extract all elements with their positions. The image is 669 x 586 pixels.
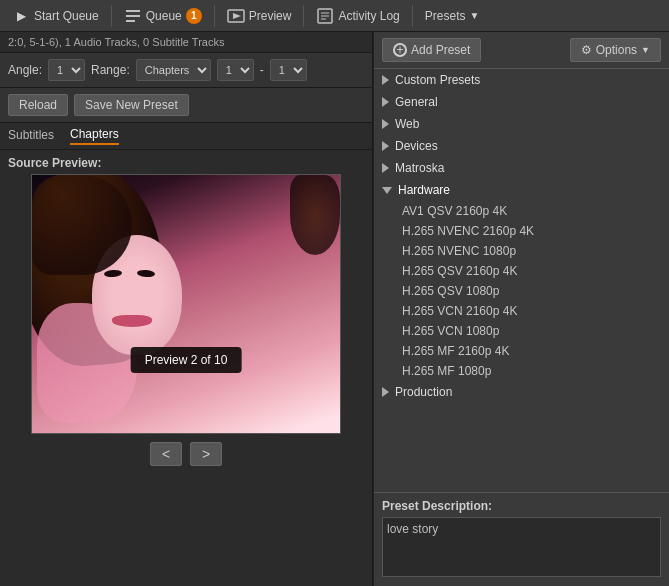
angle-label: Angle: xyxy=(8,63,42,77)
triangle-right-icon xyxy=(382,97,389,107)
reload-button[interactable]: Reload xyxy=(8,94,68,116)
presets-list[interactable]: Custom PresetsGeneralWebDevicesMatroskaH… xyxy=(374,69,669,492)
category-label: Hardware xyxy=(398,183,450,197)
separator-1 xyxy=(111,5,112,27)
preset-item[interactable]: H.265 QSV 1080p xyxy=(374,281,669,301)
category-label: Devices xyxy=(395,139,438,153)
triangle-right-icon xyxy=(382,163,389,173)
info-bar: 2:0, 5-1-6), 1 Audio Tracks, 0 Subtitle … xyxy=(0,32,372,53)
buttons-row: Reload Save New Preset xyxy=(0,88,372,123)
start-queue-icon: ▶ xyxy=(12,7,30,25)
category-label: Matroska xyxy=(395,161,444,175)
preview-image: Preview 2 of 10 xyxy=(31,174,341,434)
triangle-right-icon xyxy=(382,141,389,151)
start-queue-button[interactable]: ▶ Start Queue xyxy=(4,2,107,30)
svg-marker-4 xyxy=(233,13,241,19)
preset-item[interactable]: H.265 NVENC 1080p xyxy=(374,241,669,261)
preset-item[interactable]: H.265 QSV 2160p 4K xyxy=(374,261,669,281)
svg-rect-1 xyxy=(126,15,140,17)
preview-area: Preview 2 of 10 < > xyxy=(0,174,372,586)
info-text: 2:0, 5-1-6), 1 Audio Tracks, 0 Subtitle … xyxy=(8,36,224,48)
tabs-row: Subtitles Chapters xyxy=(0,123,372,150)
separator-3 xyxy=(303,5,304,27)
mouth xyxy=(112,315,152,327)
svg-rect-2 xyxy=(126,20,135,22)
preset-category-custom-presets[interactable]: Custom Presets xyxy=(374,69,669,91)
triangle-right-icon xyxy=(382,75,389,85)
category-label: Web xyxy=(395,117,419,131)
preset-description-section: Preset Description: xyxy=(374,492,669,586)
preset-category-production[interactable]: Production xyxy=(374,381,669,403)
preset-item[interactable]: H.265 VCN 2160p 4K xyxy=(374,301,669,321)
queue-button[interactable]: Queue 1 xyxy=(116,2,210,30)
preset-category-devices[interactable]: Devices xyxy=(374,135,669,157)
category-label: Production xyxy=(395,385,452,399)
preset-item[interactable]: H.265 NVENC 2160p 4K xyxy=(374,221,669,241)
range-select[interactable]: Chapters xyxy=(136,59,211,81)
preview-icon xyxy=(227,7,245,25)
preset-category-hardware[interactable]: Hardware xyxy=(374,179,669,201)
preview-button[interactable]: Preview xyxy=(219,2,300,30)
triangle-down-icon xyxy=(382,187,392,194)
options-chevron-icon: ▼ xyxy=(641,45,650,55)
source-preview-label: Source Preview: xyxy=(0,150,372,174)
preset-category-matroska[interactable]: Matroska xyxy=(374,157,669,179)
left-panel: 2:0, 5-1-6), 1 Audio Tracks, 0 Subtitle … xyxy=(0,32,373,586)
range-to-select[interactable]: 1 xyxy=(270,59,307,81)
gear-icon: ⚙ xyxy=(581,43,592,57)
hair-right xyxy=(290,175,340,255)
plus-circle-icon: + xyxy=(393,43,407,57)
preset-category-general[interactable]: General xyxy=(374,91,669,113)
preset-item[interactable]: AV1 QSV 2160p 4K xyxy=(374,201,669,221)
tab-chapters[interactable]: Chapters xyxy=(70,127,119,145)
right-panel: + Add Preset ⚙ Options ▼ Custom PresetsG… xyxy=(373,32,669,586)
triangle-right-icon xyxy=(382,119,389,129)
preset-description-textarea[interactable] xyxy=(382,517,661,577)
range-from-select[interactable]: 1 xyxy=(217,59,254,81)
separator-2 xyxy=(214,5,215,27)
angle-select[interactable]: 1 xyxy=(48,59,85,81)
queue-badge: 1 xyxy=(186,8,202,24)
triangle-right-icon xyxy=(382,387,389,397)
next-button[interactable]: > xyxy=(190,442,222,466)
preview-label: Preview xyxy=(249,9,292,23)
preset-description-label: Preset Description: xyxy=(382,499,661,513)
prev-button[interactable]: < xyxy=(150,442,182,466)
svg-rect-0 xyxy=(126,10,140,12)
activity-log-icon xyxy=(316,7,334,25)
tab-subtitles[interactable]: Subtitles xyxy=(8,128,54,144)
activity-log-button[interactable]: Activity Log xyxy=(308,2,407,30)
add-preset-label: Add Preset xyxy=(411,43,470,57)
hair-left xyxy=(32,175,132,275)
options-button[interactable]: ⚙ Options ▼ xyxy=(570,38,661,62)
presets-button[interactable]: Presets ▼ xyxy=(417,2,488,30)
queue-label: Queue xyxy=(146,9,182,23)
toolbar: ▶ Start Queue Queue 1 Preview Activity L… xyxy=(0,0,669,32)
category-label: General xyxy=(395,95,438,109)
category-label: Custom Presets xyxy=(395,73,480,87)
queue-icon xyxy=(124,7,142,25)
options-label: Options xyxy=(596,43,637,57)
preset-item[interactable]: H.265 VCN 1080p xyxy=(374,321,669,341)
range-label: Range: xyxy=(91,63,130,77)
save-new-preset-button[interactable]: Save New Preset xyxy=(74,94,189,116)
main-layout: 2:0, 5-1-6), 1 Audio Tracks, 0 Subtitle … xyxy=(0,32,669,586)
preset-category-web[interactable]: Web xyxy=(374,113,669,135)
activity-log-label: Activity Log xyxy=(338,9,399,23)
nav-buttons: < > xyxy=(150,442,222,466)
preview-tooltip: Preview 2 of 10 xyxy=(131,347,242,373)
range-dash: - xyxy=(260,63,264,77)
add-preset-button[interactable]: + Add Preset xyxy=(382,38,481,62)
preset-item[interactable]: H.265 MF 1080p xyxy=(374,361,669,381)
preview-tooltip-text: Preview 2 of 10 xyxy=(145,353,228,367)
presets-header: + Add Preset ⚙ Options ▼ xyxy=(374,32,669,69)
controls-row: Angle: 1 Range: Chapters 1 - 1 xyxy=(0,53,372,88)
start-queue-label: Start Queue xyxy=(34,9,99,23)
presets-label: Presets xyxy=(425,9,466,23)
separator-4 xyxy=(412,5,413,27)
preset-item[interactable]: H.265 MF 2160p 4K xyxy=(374,341,669,361)
chevron-down-icon: ▼ xyxy=(469,10,479,21)
